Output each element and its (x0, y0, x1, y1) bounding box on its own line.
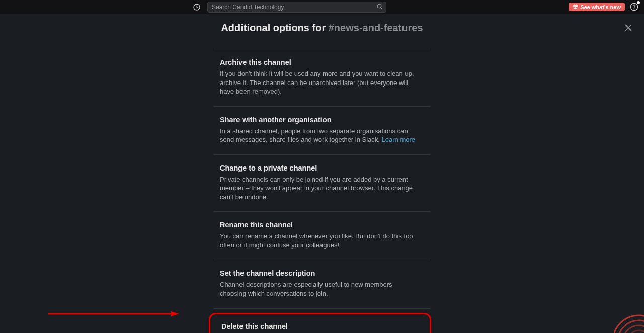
option-title: Set the channel description (220, 269, 430, 277)
svg-point-15 (628, 330, 644, 333)
option-archive[interactable]: Archive this channel If you don't think … (214, 49, 430, 107)
search-input[interactable] (212, 4, 382, 11)
learn-more-link[interactable]: Learn more (382, 136, 415, 143)
help-icon[interactable] (629, 2, 639, 12)
search-icon (376, 3, 383, 12)
option-title: Delete this channel (221, 322, 424, 330)
whats-new-button[interactable]: See what's new (569, 3, 625, 11)
option-desc: If you don't think it will be used any m… (220, 69, 430, 96)
option-desc: Private channels can only be joined if y… (220, 175, 430, 202)
option-desc: Channel descriptions are especially usef… (220, 280, 430, 298)
svg-line-2 (381, 7, 382, 8)
title-prefix: Additional options for (221, 22, 328, 33)
svg-point-1 (377, 4, 381, 8)
page-title: Additional options for #news-and-feature… (0, 22, 644, 34)
option-private[interactable]: Change to a private channel Private chan… (214, 155, 430, 212)
svg-point-7 (634, 9, 634, 9)
topbar-left (191, 2, 386, 13)
watermark-logo (614, 311, 644, 333)
topbar-right: See what's new (569, 2, 639, 12)
option-description[interactable]: Set the channel description Channel desc… (214, 260, 430, 308)
close-button[interactable] (622, 21, 635, 34)
notification-dot (637, 1, 640, 4)
search-box[interactable] (207, 2, 386, 13)
options-list: Archive this channel If you don't think … (214, 49, 430, 333)
option-share[interactable]: Share with another organisation In a sha… (214, 107, 430, 155)
topbar: See what's new (0, 0, 644, 14)
page: Additional options for #news-and-feature… (0, 14, 644, 333)
option-title: Rename this channel (220, 221, 430, 229)
option-title: Change to a private channel (220, 164, 430, 172)
whats-new-label: See what's new (580, 4, 621, 10)
annotation-arrow-icon (48, 311, 179, 316)
gift-icon (573, 4, 578, 10)
option-delete[interactable]: Delete this channel Deleting a channel w… (209, 313, 431, 333)
svg-marker-11 (171, 311, 179, 316)
option-title: Share with another organisation (220, 116, 430, 124)
channel-name: #news-and-features (329, 22, 423, 33)
option-desc: In a shared channel, people from two sep… (220, 127, 430, 144)
option-desc: You can rename a channel whenever you li… (220, 232, 430, 249)
option-rename[interactable]: Rename this channel You can rename a cha… (214, 212, 430, 260)
history-icon[interactable] (191, 2, 202, 13)
option-title: Archive this channel (220, 58, 430, 66)
